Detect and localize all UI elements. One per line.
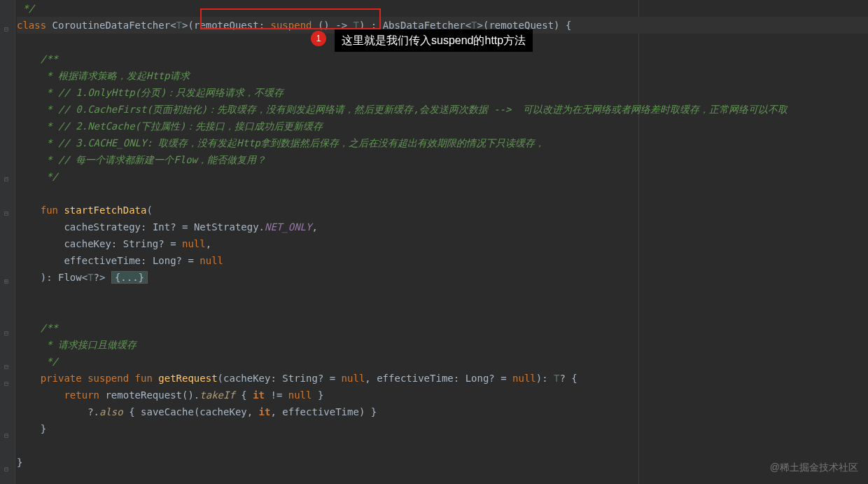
code-text: null <box>512 373 536 384</box>
code-text: ?. <box>17 406 99 417</box>
code-text: also <box>99 406 123 417</box>
code-text: null <box>182 238 206 249</box>
code-text: ? = <box>176 255 200 266</box>
code-text: startFetchData <box>64 205 146 216</box>
code-text: getRequest <box>158 373 217 384</box>
code-text: String <box>282 373 318 384</box>
code-text: cacheStrategy: <box>17 221 153 233</box>
code-text: ): <box>536 373 554 384</box>
code-text: String <box>123 238 159 249</box>
code-text: ? = <box>489 373 512 384</box>
code-text: * // 2.NetCache(下拉属性)：先接口，接口成功后更新缓存 <box>17 120 323 132</box>
code-text: private suspend fun <box>17 373 158 384</box>
watermark: @稀土掘金技术社区 <box>770 459 858 476</box>
code-text: ?> <box>94 272 111 283</box>
code-text: , effectiveTime) } <box>270 406 377 417</box>
code-text: T <box>88 272 93 283</box>
code-text: Long <box>465 373 489 384</box>
code-text: suspend <box>270 20 312 31</box>
code-text: { <box>235 389 253 401</box>
code-text: * 根据请求策略，发起Http请求 <box>17 70 190 81</box>
code-text: ? = <box>158 238 182 249</box>
code-text: * // 0.CacheFirst(页面初始化)：先取缓存，没有则发起网络请，然… <box>17 104 788 115</box>
code-text: < <box>170 20 176 31</box>
code-text: /** <box>17 322 58 333</box>
code-text: ( <box>146 205 152 216</box>
annotation-tooltip: 这里就是我们传入suspend的http方法 <box>335 29 533 52</box>
code-text: */ <box>17 171 58 182</box>
code-text: */ <box>17 356 58 367</box>
code-text: remoteRequest(). <box>105 389 200 401</box>
code-text: effectiveTime: <box>17 255 153 266</box>
code-text: return <box>17 389 105 401</box>
code-text: takeIf <box>200 389 235 401</box>
code-text: T <box>554 373 559 384</box>
code-text: ? { <box>560 373 578 384</box>
code-text: ? = NetStrategy. <box>170 221 265 233</box>
code-text: it <box>253 389 265 401</box>
code-text: fun <box>17 205 64 216</box>
code-text: , <box>206 238 211 249</box>
code-text: { saveCache(cacheKey, <box>123 406 259 417</box>
annotation-badge: 1 <box>311 31 326 46</box>
code-text: Int <box>153 221 170 233</box>
code-text: CoroutineDataFetcher <box>52 20 171 31</box>
code-text: ): Flow< <box>17 272 88 283</box>
code-text: , effectiveTime: <box>365 373 465 384</box>
code-text: cacheKey: <box>17 238 123 249</box>
code-text: T <box>176 20 182 31</box>
code-text: (cacheKey: <box>218 373 283 384</box>
code-text: remoteQuest <box>194 20 259 31</box>
code-text: * 请求接口且做缓存 <box>17 339 136 350</box>
folded-block[interactable]: {...} <box>111 271 148 284</box>
code-text: : <box>259 20 271 31</box>
code-text: != <box>265 389 288 401</box>
code-text: ( <box>188 20 193 31</box>
code-text: * // 1.OnlyHttp(分页)：只发起网络请求，不缓存 <box>17 87 284 98</box>
code-text: null <box>342 373 365 384</box>
code-text: , <box>312 221 317 233</box>
code-text: */ <box>17 3 34 14</box>
code-text: } <box>17 423 46 434</box>
code-editor[interactable]: */ class CoroutineDataFetcher<T>(remoteQ… <box>0 0 868 471</box>
code-text: null <box>200 255 223 266</box>
code-text: * // 每一个请求都新建一个Flow，能否做复用？ <box>17 154 266 165</box>
code-text: Long <box>153 255 176 266</box>
code-text: class <box>17 20 52 31</box>
code-text: it <box>259 406 271 417</box>
code-text: } <box>17 457 22 468</box>
code-text: null <box>288 389 312 401</box>
code-text: /** <box>17 53 58 64</box>
code-text: * // 3.CACHE_ONLY: 取缓存，没有发起Http拿到数据然后保存，… <box>17 137 545 148</box>
code-text: NET_ONLY <box>265 221 312 233</box>
code-text: ? = <box>318 373 342 384</box>
code-text: } <box>312 389 323 401</box>
